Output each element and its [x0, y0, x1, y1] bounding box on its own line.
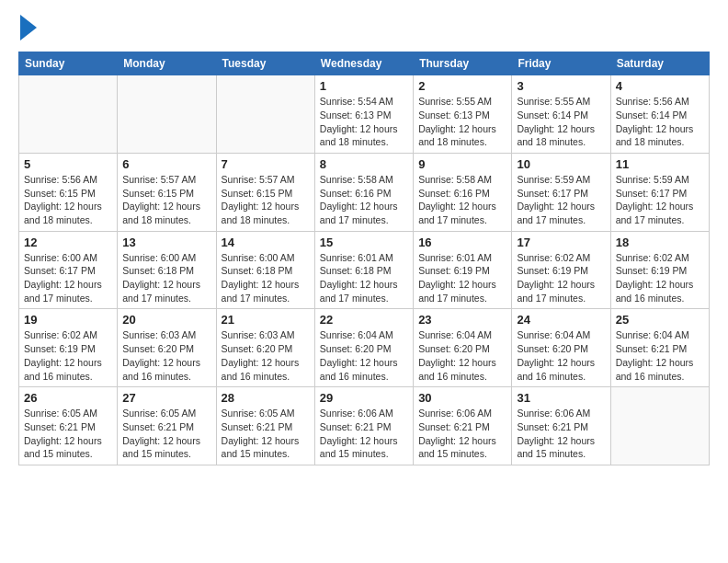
- day-number: 12: [24, 236, 112, 249]
- day-number: 11: [616, 157, 704, 171]
- day-number: 30: [418, 391, 506, 405]
- day-info: Sunrise: 6:00 AMSunset: 6:18 PMDaylight:…: [122, 251, 210, 305]
- calendar-cell: 24Sunrise: 6:04 AMSunset: 6:20 PMDayligh…: [512, 309, 610, 387]
- day-number: 24: [517, 313, 605, 327]
- logo: [18, 18, 37, 40]
- day-info: Sunrise: 5:54 AMSunset: 6:13 PMDaylight:…: [320, 95, 408, 149]
- day-info: Sunrise: 5:57 AMSunset: 6:15 PMDaylight:…: [222, 173, 310, 227]
- calendar-cell: 29Sunrise: 6:06 AMSunset: 6:21 PMDayligh…: [314, 387, 413, 465]
- calendar-cell: 6Sunrise: 5:57 AMSunset: 6:15 PMDaylight…: [118, 153, 216, 231]
- day-number: 19: [24, 313, 112, 327]
- calendar-cell: 25Sunrise: 6:04 AMSunset: 6:21 PMDayligh…: [610, 309, 709, 387]
- day-number: 17: [517, 236, 605, 249]
- calendar-cell: 5Sunrise: 5:56 AMSunset: 6:15 PMDaylight…: [19, 153, 118, 231]
- day-info: Sunrise: 6:02 AMSunset: 6:19 PMDaylight:…: [517, 251, 605, 305]
- day-info: Sunrise: 5:56 AMSunset: 6:14 PMDaylight:…: [616, 95, 704, 149]
- calendar-cell: 21Sunrise: 6:03 AMSunset: 6:20 PMDayligh…: [216, 309, 314, 387]
- weekday-header-monday: Monday: [118, 52, 216, 75]
- day-number: 6: [122, 157, 210, 171]
- calendar-cell: [118, 75, 216, 154]
- calendar-cell: 30Sunrise: 6:06 AMSunset: 6:21 PMDayligh…: [414, 387, 512, 465]
- calendar-cell: 11Sunrise: 5:59 AMSunset: 6:17 PMDayligh…: [610, 153, 709, 231]
- day-info: Sunrise: 6:01 AMSunset: 6:18 PMDaylight:…: [320, 251, 408, 305]
- day-info: Sunrise: 6:02 AMSunset: 6:19 PMDaylight:…: [24, 328, 112, 383]
- day-number: 25: [616, 313, 704, 327]
- calendar-cell: 14Sunrise: 6:00 AMSunset: 6:18 PMDayligh…: [216, 231, 314, 309]
- day-number: 13: [122, 236, 210, 249]
- day-number: 8: [320, 157, 408, 171]
- calendar-cell: 4Sunrise: 5:56 AMSunset: 6:14 PMDaylight…: [610, 75, 709, 154]
- calendar-cell: 8Sunrise: 5:58 AMSunset: 6:16 PMDaylight…: [314, 153, 413, 231]
- calendar-cell: 7Sunrise: 5:57 AMSunset: 6:15 PMDaylight…: [216, 153, 314, 231]
- calendar-week-row: 19Sunrise: 6:02 AMSunset: 6:19 PMDayligh…: [19, 309, 710, 387]
- day-info: Sunrise: 5:58 AMSunset: 6:16 PMDaylight:…: [418, 173, 506, 227]
- day-info: Sunrise: 6:03 AMSunset: 6:20 PMDaylight:…: [222, 328, 310, 383]
- day-info: Sunrise: 6:05 AMSunset: 6:21 PMDaylight:…: [122, 407, 210, 461]
- day-info: Sunrise: 5:59 AMSunset: 6:17 PMDaylight:…: [517, 173, 605, 227]
- day-number: 9: [418, 157, 506, 171]
- calendar-cell: 26Sunrise: 6:05 AMSunset: 6:21 PMDayligh…: [19, 387, 118, 465]
- day-number: 4: [616, 79, 704, 93]
- calendar-week-row: 12Sunrise: 6:00 AMSunset: 6:17 PMDayligh…: [19, 231, 710, 309]
- day-info: Sunrise: 5:56 AMSunset: 6:15 PMDaylight:…: [24, 173, 112, 227]
- calendar-cell: 17Sunrise: 6:02 AMSunset: 6:19 PMDayligh…: [512, 231, 610, 309]
- calendar-cell: 2Sunrise: 5:55 AMSunset: 6:13 PMDaylight…: [414, 75, 512, 154]
- day-info: Sunrise: 6:03 AMSunset: 6:20 PMDaylight:…: [122, 328, 210, 383]
- day-number: 20: [122, 313, 210, 327]
- day-number: 10: [517, 157, 605, 171]
- day-number: 31: [517, 391, 605, 405]
- day-info: Sunrise: 6:06 AMSunset: 6:21 PMDaylight:…: [418, 407, 506, 461]
- calendar-cell: 12Sunrise: 6:00 AMSunset: 6:17 PMDayligh…: [19, 231, 118, 309]
- day-info: Sunrise: 6:05 AMSunset: 6:21 PMDaylight:…: [24, 407, 112, 461]
- day-info: Sunrise: 5:55 AMSunset: 6:14 PMDaylight:…: [517, 95, 605, 149]
- calendar-cell: 15Sunrise: 6:01 AMSunset: 6:18 PMDayligh…: [314, 231, 413, 309]
- calendar-cell: 16Sunrise: 6:01 AMSunset: 6:19 PMDayligh…: [414, 231, 512, 309]
- calendar-cell: 13Sunrise: 6:00 AMSunset: 6:18 PMDayligh…: [118, 231, 216, 309]
- weekday-header-thursday: Thursday: [414, 52, 512, 75]
- calendar-cell: 23Sunrise: 6:04 AMSunset: 6:20 PMDayligh…: [414, 309, 512, 387]
- calendar-table: SundayMondayTuesdayWednesdayThursdayFrid…: [18, 52, 710, 465]
- day-number: 21: [222, 313, 310, 327]
- page: SundayMondayTuesdayWednesdayThursdayFrid…: [0, 0, 728, 475]
- weekday-header-wednesday: Wednesday: [314, 52, 413, 75]
- day-info: Sunrise: 5:57 AMSunset: 6:15 PMDaylight:…: [122, 173, 210, 227]
- calendar-cell: 9Sunrise: 5:58 AMSunset: 6:16 PMDaylight…: [414, 153, 512, 231]
- day-info: Sunrise: 6:05 AMSunset: 6:21 PMDaylight:…: [222, 407, 310, 461]
- day-info: Sunrise: 6:04 AMSunset: 6:20 PMDaylight:…: [517, 328, 605, 383]
- day-info: Sunrise: 5:58 AMSunset: 6:16 PMDaylight:…: [320, 173, 408, 227]
- day-number: 16: [418, 236, 506, 249]
- calendar-cell: 10Sunrise: 5:59 AMSunset: 6:17 PMDayligh…: [512, 153, 610, 231]
- calendar-cell: 28Sunrise: 6:05 AMSunset: 6:21 PMDayligh…: [216, 387, 314, 465]
- day-number: 27: [122, 391, 210, 405]
- day-info: Sunrise: 6:02 AMSunset: 6:19 PMDaylight:…: [616, 251, 704, 305]
- logo-arrow-icon: [20, 15, 37, 40]
- day-number: 29: [320, 391, 408, 405]
- day-number: 1: [320, 79, 408, 93]
- weekday-header-saturday: Saturday: [610, 52, 709, 75]
- calendar-week-row: 5Sunrise: 5:56 AMSunset: 6:15 PMDaylight…: [19, 153, 710, 231]
- calendar-cell: 3Sunrise: 5:55 AMSunset: 6:14 PMDaylight…: [512, 75, 610, 154]
- calendar-cell: [19, 75, 118, 154]
- day-info: Sunrise: 6:01 AMSunset: 6:19 PMDaylight:…: [418, 251, 506, 305]
- day-number: 23: [418, 313, 506, 327]
- weekday-header-sunday: Sunday: [19, 52, 118, 75]
- calendar-cell: 19Sunrise: 6:02 AMSunset: 6:19 PMDayligh…: [19, 309, 118, 387]
- calendar-cell: 18Sunrise: 6:02 AMSunset: 6:19 PMDayligh…: [610, 231, 709, 309]
- day-info: Sunrise: 6:06 AMSunset: 6:21 PMDaylight:…: [517, 407, 605, 461]
- calendar-cell: 20Sunrise: 6:03 AMSunset: 6:20 PMDayligh…: [118, 309, 216, 387]
- calendar-week-row: 1Sunrise: 5:54 AMSunset: 6:13 PMDaylight…: [19, 75, 710, 154]
- day-number: 7: [222, 157, 310, 171]
- day-info: Sunrise: 5:59 AMSunset: 6:17 PMDaylight:…: [616, 173, 704, 227]
- day-info: Sunrise: 6:06 AMSunset: 6:21 PMDaylight:…: [320, 407, 408, 461]
- weekday-header-row: SundayMondayTuesdayWednesdayThursdayFrid…: [19, 52, 710, 75]
- day-number: 18: [616, 236, 704, 249]
- header: [18, 18, 710, 40]
- day-number: 26: [24, 391, 112, 405]
- day-info: Sunrise: 5:55 AMSunset: 6:13 PMDaylight:…: [418, 95, 506, 149]
- weekday-header-friday: Friday: [512, 52, 610, 75]
- calendar-week-row: 26Sunrise: 6:05 AMSunset: 6:21 PMDayligh…: [19, 387, 710, 465]
- day-number: 3: [517, 79, 605, 93]
- day-number: 5: [24, 157, 112, 171]
- day-info: Sunrise: 6:00 AMSunset: 6:18 PMDaylight:…: [222, 251, 310, 305]
- day-number: 2: [418, 79, 506, 93]
